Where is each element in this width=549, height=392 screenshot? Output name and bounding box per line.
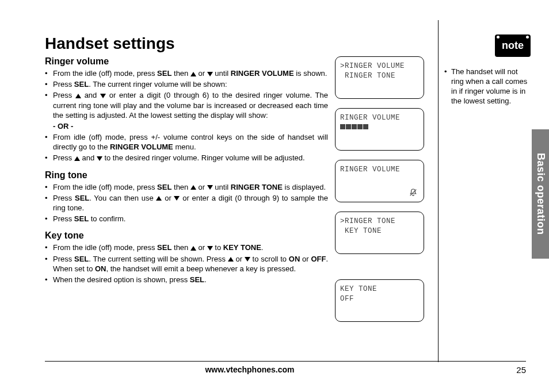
down-arrow-icon (245, 257, 250, 262)
lcd-line: RINGER TONE (340, 71, 419, 81)
list-ringer-volume-2: From idle (off) mode, press +/- volume c… (45, 132, 328, 163)
note-block: note The handset will not ring when a ca… (444, 34, 531, 106)
list-item: From the idle (off) mode, press SEL then… (45, 68, 328, 78)
lcd-screen-4: >RINGER TONE KEY TONE (335, 212, 424, 254)
list-ringer-volume: From the idle (off) mode, press SEL then… (45, 68, 328, 120)
list-item: From the idle (off) mode, press SEL then… (45, 182, 328, 192)
list-key-tone: From the idle (off) mode, press SEL then… (45, 243, 328, 285)
heading-ringer-volume: Ringer volume (45, 55, 328, 67)
list-item: From the idle (off) mode, press SEL then… (45, 243, 328, 252)
section-tab: Basic operation (532, 129, 549, 259)
divider-line (438, 20, 439, 362)
lcd-line: KEY TONE (340, 285, 419, 294)
up-arrow-icon (228, 257, 234, 262)
lcd-line: >RINGER VOLUME (340, 62, 419, 71)
lcd-screen-1: >RINGER VOLUME RINGER TONE (335, 56, 424, 99)
note-list: The handset will not ring when a call co… (444, 67, 531, 106)
down-arrow-icon (207, 72, 213, 76)
lcd-line: KEY TONE (340, 226, 419, 236)
up-arrow-icon (190, 185, 196, 190)
lcd-line: >RINGER TONE (340, 217, 419, 226)
list-item: Press and to the desired ringer volume. … (45, 153, 328, 163)
bell-off-icon (409, 188, 418, 197)
heading-ring-tone: Ring tone (45, 169, 328, 181)
lcd-line: RINGER VOLUME (340, 165, 419, 175)
down-arrow-icon (174, 196, 180, 201)
heading-key-tone: Key tone (45, 229, 328, 241)
down-arrow-icon (100, 94, 106, 98)
up-arrow-icon (74, 156, 80, 161)
list-item: Press SEL to confirm. (45, 214, 328, 224)
up-arrow-icon (190, 72, 196, 76)
list-item: From idle (off) mode, press +/- volume c… (45, 132, 328, 152)
up-arrow-icon (156, 196, 162, 201)
footer-url: www.vtechphones.com (205, 365, 294, 374)
list-item: Press SEL. The current ringer volume wil… (45, 79, 328, 89)
page-number: 25 (516, 365, 526, 375)
lcd-line: RINGER VOLUME (340, 113, 419, 123)
down-arrow-icon (207, 246, 213, 251)
list-item: Press and or enter a digit (0 through 6)… (45, 90, 328, 120)
lcd-column: >RINGER VOLUME RINGER TONE RINGER VOLUME… (335, 55, 430, 331)
lcd-screen-5: KEY TONE OFF (335, 279, 424, 322)
page: Basic operation Handset settings Ringer … (0, 0, 549, 392)
lcd-screen-2: RINGER VOLUME (335, 108, 424, 151)
lcd-line: OFF (340, 294, 419, 304)
note-item: The handset will not ring when a call co… (444, 67, 531, 106)
text-column: Ringer volume From the idle (off) mode, … (45, 55, 328, 331)
note-badge: note (495, 34, 531, 57)
down-arrow-icon (97, 156, 102, 161)
or-separator: - OR - (45, 121, 328, 131)
up-arrow-icon (190, 246, 196, 251)
list-item: Press SEL. The current setting will be s… (45, 254, 328, 274)
up-arrow-icon (75, 94, 81, 98)
list-item: Press SEL. You can then use or or enter … (45, 193, 328, 213)
down-arrow-icon (207, 185, 213, 190)
volume-bar-icon (340, 124, 419, 129)
list-ring-tone: From the idle (off) mode, press SEL then… (45, 182, 328, 224)
list-item: When the desired option is shown, press … (45, 275, 328, 285)
page-footer: www.vtechphones.com 25 (45, 361, 526, 375)
lcd-screen-3: RINGER VOLUME (335, 160, 424, 202)
